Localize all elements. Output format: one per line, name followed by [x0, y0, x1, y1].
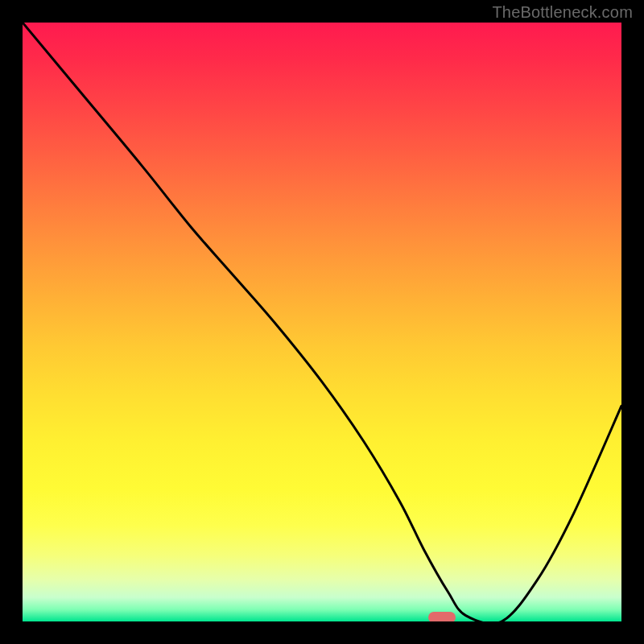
- optimal-point-marker: [428, 612, 456, 621]
- watermark-text: TheBottleneck.com: [492, 3, 633, 22]
- bottleneck-curve: [23, 23, 621, 621]
- curve-svg: [23, 23, 621, 621]
- chart-frame: TheBottleneck.com: [0, 0, 644, 644]
- plot-area: [23, 23, 621, 621]
